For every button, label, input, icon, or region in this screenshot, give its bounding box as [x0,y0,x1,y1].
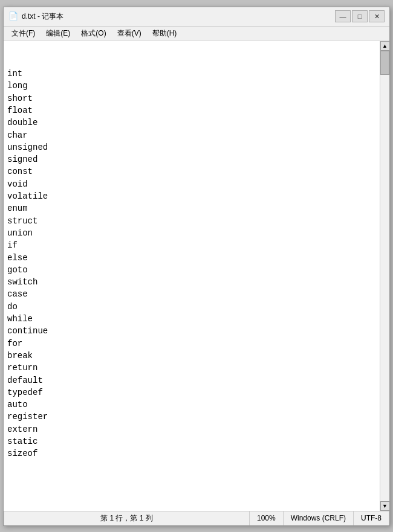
menu-item[interactable]: 文件(F) [6,27,41,40]
keyword-line: short [7,92,376,104]
menu-bar: 文件(F)编辑(E)格式(O)查看(V)帮助(H) [4,27,389,41]
minimize-button[interactable]: — [335,10,351,22]
keyword-line: goto [7,264,376,276]
menu-item[interactable]: 编辑(E) [41,27,76,40]
status-line-ending: Windows (CRLF) [284,511,354,525]
scrollbar-thumb[interactable] [380,51,389,75]
scroll-down-button[interactable]: ▼ [380,501,390,511]
keyword-line: extern [7,423,376,435]
keyword-line: else [7,252,376,264]
keyword-line: default [7,374,376,386]
keyword-line: switch [7,276,376,288]
keyword-line: return [7,362,376,374]
window-controls: — □ ✕ [335,10,385,22]
status-bar: 第 1 行，第 1 列 100% Windows (CRLF) UTF-8 [4,511,389,525]
keyword-line: const [7,165,376,178]
window-title: d.txt - 记事本 [22,11,335,22]
status-encoding: UTF-8 [354,511,389,525]
scroll-up-button[interactable]: ▲ [380,41,390,51]
maximize-button[interactable]: □ [352,10,368,22]
keyword-line: case [7,288,376,300]
keyword-line: volatile [7,190,376,202]
keyword-line: long [7,80,376,92]
close-button[interactable]: ✕ [369,10,385,22]
editor-wrapper: intlongshortfloatdoublecharunsignedsigne… [4,41,389,511]
keyword-line: int [7,68,376,80]
keyword-line: float [7,104,376,117]
keyword-line: do [7,301,376,313]
keyword-line: signed [7,153,376,165]
keyword-line: auto [7,399,376,411]
keyword-line: union [7,227,376,239]
keyword-line: double [7,117,376,129]
menu-item[interactable]: 查看(V) [112,27,147,40]
notepad-window: 📄 d.txt - 记事本 — □ ✕ 文件(F)编辑(E)格式(O)查看(V)… [3,7,390,526]
status-zoom: 100% [250,511,284,525]
editor-content[interactable]: intlongshortfloatdoublecharunsignedsigne… [4,41,380,511]
window-icon: 📄 [8,11,18,21]
menu-item[interactable]: 帮助(H) [147,27,183,40]
keyword-line: static [7,435,376,447]
keyword-line: for [7,338,376,350]
status-position: 第 1 行，第 1 列 [4,511,250,525]
keyword-line: continue [7,325,376,337]
keyword-line: sizeof [7,447,376,460]
keyword-line: struct [7,215,376,227]
scrollbar: ▲ ▼ [380,41,389,511]
keyword-line: register [7,411,376,423]
keyword-line: char [7,129,376,141]
keyword-line: while [7,313,376,325]
scrollbar-track[interactable] [380,51,389,501]
keyword-line: typedef [7,386,376,399]
title-bar: 📄 d.txt - 记事本 — □ ✕ [4,7,389,27]
keyword-line: if [7,239,376,251]
keyword-line: void [7,178,376,190]
keyword-line: break [7,350,376,362]
menu-item[interactable]: 格式(O) [76,27,111,40]
keyword-line: unsigned [7,141,376,153]
keyword-line: enum [7,202,376,214]
